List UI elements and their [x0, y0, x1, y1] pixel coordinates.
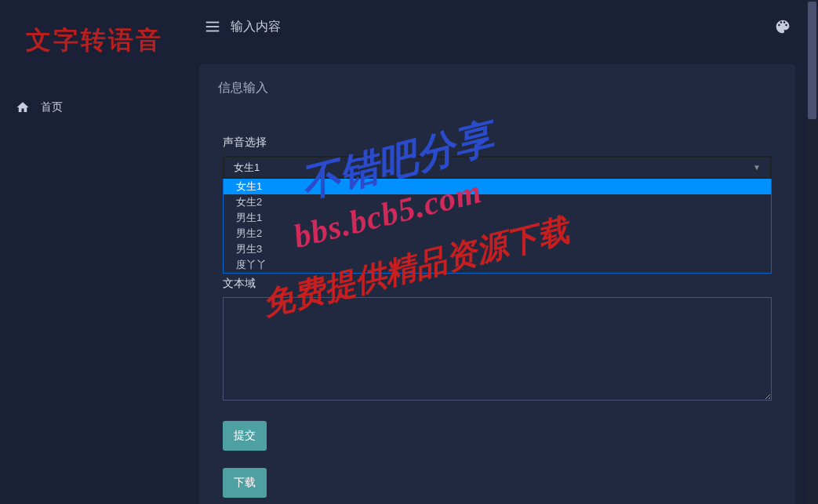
voice-option-0[interactable]: 女生1	[224, 179, 771, 194]
download-button[interactable]: 下载	[223, 468, 267, 498]
voice-option-3[interactable]: 男生2	[224, 226, 771, 241]
voice-option-4[interactable]: 男生3	[224, 241, 771, 257]
menu-toggle-icon[interactable]	[204, 18, 221, 35]
textarea-group: 文本域	[223, 277, 772, 404]
chevron-down-icon: ▼	[753, 163, 761, 172]
voice-select-dropdown: 女生1 女生2 男生1 男生2 男生3 度丫丫	[223, 179, 772, 274]
content-area: 信息输入 声音选择 女生1 ▼ 女生1 女生2 男生1	[188, 53, 806, 504]
main-content: 输入内容 信息输入 声音选择 女生1 ▼	[188, 0, 806, 504]
voice-select-value: 女生1	[234, 161, 260, 175]
page-title: 输入内容	[231, 19, 281, 35]
sidebar-item-label: 首页	[41, 100, 63, 114]
card-body: 声音选择 女生1 ▼ 女生1 女生2 男生1 男生2 男生3 度丫丫	[199, 112, 795, 504]
sidebar: 文字转语音 首页	[0, 0, 188, 504]
home-icon	[16, 100, 30, 114]
voice-option-5[interactable]: 度丫丫	[224, 257, 771, 273]
sidebar-item-home[interactable]: 首页	[0, 89, 188, 125]
card-header: 信息输入	[199, 64, 795, 112]
voice-option-1[interactable]: 女生2	[224, 194, 771, 210]
textarea-label: 文本域	[223, 277, 772, 291]
scrollbar-track[interactable]	[806, 0, 818, 504]
voice-select-wrapper: 女生1 ▼ 女生1 女生2 男生1 男生2 男生3 度丫丫	[223, 156, 772, 274]
submit-button[interactable]: 提交	[223, 421, 267, 451]
sidebar-nav: 首页	[0, 74, 188, 141]
palette-icon[interactable]	[775, 19, 791, 34]
app-logo: 文字转语音	[0, 0, 188, 74]
form-card: 信息输入 声音选择 女生1 ▼ 女生1 女生2 男生1	[199, 64, 795, 504]
voice-select[interactable]: 女生1 ▼	[223, 156, 772, 179]
card-title: 信息输入	[218, 81, 268, 94]
logo-text: 文字转语音	[26, 26, 163, 54]
header-left: 输入内容	[204, 18, 281, 35]
header: 输入内容	[188, 0, 806, 53]
scrollbar-thumb[interactable]	[808, 2, 816, 119]
voice-option-2[interactable]: 男生1	[224, 210, 771, 226]
voice-select-label: 声音选择	[223, 136, 772, 150]
voice-select-group: 声音选择 女生1 ▼ 女生1 女生2 男生1 男生2 男生3 度丫丫	[223, 136, 772, 274]
text-content-input[interactable]	[223, 297, 772, 401]
